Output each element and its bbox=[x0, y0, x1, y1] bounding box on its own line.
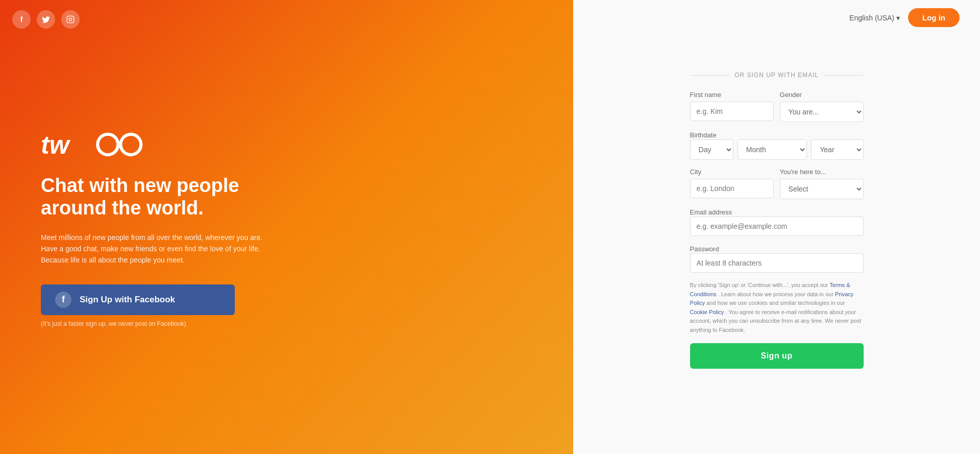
description: Meet millions of new people from all ove… bbox=[41, 232, 276, 266]
city-input[interactable] bbox=[690, 179, 774, 198]
gender-select[interactable]: You are... Male Female Other bbox=[780, 102, 864, 122]
first-name-label: First name bbox=[690, 91, 774, 99]
login-button[interactable]: Log in bbox=[908, 8, 960, 27]
terms-text-1: By clicking 'Sign up' or 'Continue with.… bbox=[690, 282, 830, 288]
svg-point-4 bbox=[97, 134, 118, 155]
terms-text: By clicking 'Sign up' or 'Continue with.… bbox=[690, 281, 864, 335]
divider-line-left bbox=[690, 75, 730, 76]
left-content: tw Chat with new people around the world… bbox=[0, 0, 573, 454]
facebook-signup-button[interactable]: f Sign Up with Facebook bbox=[41, 284, 235, 315]
left-panel: f tw Chat with new people around the wor… bbox=[0, 0, 573, 454]
purpose-label: You're here to... bbox=[780, 168, 864, 176]
divider-text: OR SIGN UP WITH EMAIL bbox=[734, 71, 819, 79]
password-section: Password bbox=[690, 244, 864, 281]
gender-group: Gender You are... Male Female Other bbox=[780, 91, 864, 122]
password-label: Password bbox=[690, 245, 719, 253]
first-name-group: First name bbox=[690, 91, 774, 122]
birthdate-section: Birthdate Day Month January February Mar… bbox=[690, 130, 864, 160]
fb-icon: f bbox=[55, 292, 71, 308]
or-divider: OR SIGN UP WITH EMAIL bbox=[690, 71, 864, 79]
language-selector[interactable]: English (USA) ▾ bbox=[849, 14, 900, 22]
svg-point-5 bbox=[120, 134, 141, 155]
gender-label: Gender bbox=[780, 91, 864, 99]
year-group: Year bbox=[811, 139, 863, 160]
purpose-select[interactable]: Select Chat & meet new people Make new f… bbox=[780, 179, 864, 199]
city-purpose-row: City You're here to... Select Chat & mee… bbox=[690, 168, 864, 199]
signup-form: OR SIGN UP WITH EMAIL First name Gender … bbox=[690, 71, 864, 389]
fb-note: (It's just a faster sign up, we never po… bbox=[41, 320, 543, 327]
password-input[interactable] bbox=[690, 253, 864, 273]
birthdate-label: Birthdate bbox=[690, 131, 717, 139]
city-group: City bbox=[690, 168, 774, 199]
fb-button-label: Sign Up with Facebook bbox=[80, 295, 175, 305]
name-gender-row: First name Gender You are... Male Female… bbox=[690, 91, 864, 122]
language-label: English (USA) bbox=[849, 14, 894, 22]
language-dropdown-icon: ▾ bbox=[896, 14, 900, 22]
cookie-policy-link[interactable]: Cookie Policy bbox=[690, 309, 724, 315]
top-bar: English (USA) ▾ Log in bbox=[573, 0, 980, 35]
month-select[interactable]: Month January February March bbox=[738, 139, 807, 160]
purpose-group: You're here to... Select Chat & meet new… bbox=[780, 168, 864, 199]
svg-text:tw: tw bbox=[41, 131, 71, 159]
divider-line-right bbox=[824, 75, 864, 76]
city-label: City bbox=[690, 168, 774, 176]
day-group: Day bbox=[690, 139, 733, 160]
first-name-input[interactable] bbox=[690, 102, 774, 121]
year-select[interactable]: Year bbox=[811, 139, 863, 160]
terms-text-3: and how we use cookies and similar techn… bbox=[706, 300, 845, 306]
signup-button[interactable]: Sign up bbox=[690, 343, 864, 369]
email-section: Email address bbox=[690, 207, 864, 244]
right-panel: English (USA) ▾ Log in OR SIGN UP WITH E… bbox=[573, 0, 980, 454]
twoo-logo-svg: tw bbox=[41, 127, 143, 162]
terms-text-2: . Learn about how we process your data i… bbox=[718, 291, 835, 297]
day-select[interactable]: Day bbox=[690, 139, 733, 160]
email-input[interactable] bbox=[690, 217, 864, 236]
email-label: Email address bbox=[690, 208, 732, 216]
birthdate-row: Day Month January February March Year bbox=[690, 139, 864, 160]
month-group: Month January February March bbox=[738, 139, 807, 160]
logo: tw bbox=[41, 127, 543, 164]
tagline: Chat with new people around the world. bbox=[41, 175, 296, 219]
